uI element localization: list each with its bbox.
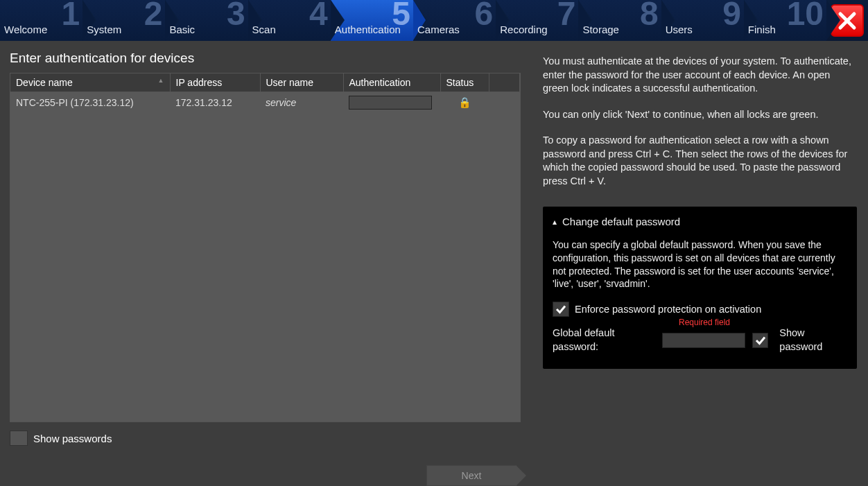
cell-auth bbox=[343, 92, 440, 114]
cell-status: 🔒 bbox=[440, 92, 489, 114]
cell-device-name: NTC-255-PI (172.31.23.12) bbox=[10, 92, 170, 114]
show-passwords-checkbox[interactable] bbox=[10, 431, 28, 446]
check-icon bbox=[754, 334, 767, 347]
col-ip[interactable]: IP address bbox=[170, 73, 260, 92]
chevron-up-icon: ▴ bbox=[553, 216, 557, 227]
help-text: You must authenticate at the devices of … bbox=[543, 55, 857, 96]
help-text: You can only click 'Next' to continue, w… bbox=[543, 108, 857, 122]
help-text: To copy a password for authentication se… bbox=[543, 134, 857, 188]
panel-title: Change default password bbox=[562, 215, 680, 229]
table-row[interactable]: NTC-255-PI (172.31.23.12) 172.31.23.12 s… bbox=[10, 92, 520, 114]
show-password-label: Show password bbox=[779, 327, 847, 354]
show-password-checkbox[interactable] bbox=[752, 333, 768, 348]
global-password-input[interactable] bbox=[662, 333, 745, 348]
show-passwords-label: Show passwords bbox=[33, 433, 112, 444]
change-password-panel: ▴ Change default password You can specif… bbox=[543, 207, 857, 370]
auth-input[interactable] bbox=[349, 96, 432, 110]
check-icon bbox=[555, 303, 567, 315]
col-status[interactable]: Status bbox=[440, 73, 489, 92]
cell-ip: 172.31.23.12 bbox=[170, 92, 260, 114]
col-device-name[interactable]: Device name▲ bbox=[10, 73, 170, 92]
enforce-label: Enforce password protection on activatio… bbox=[575, 303, 761, 317]
help-panel: You must authenticate at the devices of … bbox=[530, 41, 868, 486]
col-auth[interactable]: Authentication bbox=[343, 73, 440, 92]
col-spacer bbox=[489, 73, 520, 92]
wizard-step-bar: 1Welcome 2System 3Basic 4Scan 5Authentic… bbox=[0, 0, 868, 41]
page-title: Enter authentication for devices bbox=[10, 51, 521, 66]
next-button[interactable]: Next bbox=[426, 465, 517, 486]
device-table: Device name▲ IP address User name Authen… bbox=[10, 73, 521, 422]
cell-user: service bbox=[260, 92, 343, 114]
lock-icon: 🔒 bbox=[458, 96, 471, 108]
step-welcome[interactable]: 1Welcome bbox=[0, 0, 83, 41]
enforce-checkbox[interactable] bbox=[553, 302, 569, 317]
required-label: Required field bbox=[679, 317, 730, 328]
sort-asc-icon: ▲ bbox=[158, 77, 164, 84]
panel-body: You can specify a global default passwor… bbox=[553, 238, 847, 291]
col-user[interactable]: User name bbox=[260, 73, 343, 92]
panel-toggle[interactable]: ▴ Change default password bbox=[553, 215, 847, 229]
global-password-label: Global default password: bbox=[553, 327, 658, 354]
